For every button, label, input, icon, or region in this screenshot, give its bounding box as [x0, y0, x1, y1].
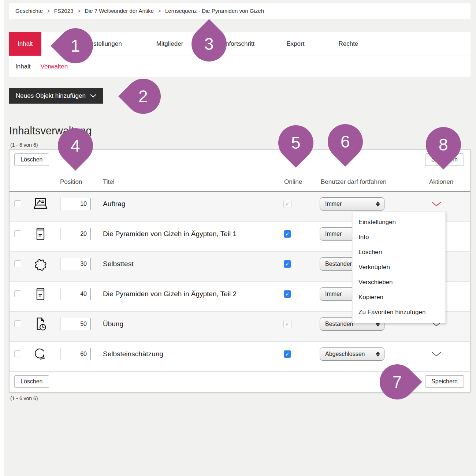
menu-item-kopieren[interactable]: Kopieren: [353, 290, 445, 305]
online-checkbox-checked[interactable]: ✓: [284, 230, 291, 238]
position-input[interactable]: [60, 348, 91, 360]
page: Geschichte > FS2023 > Die 7 Weltwunder d…: [0, 0, 476, 476]
delete-button-top[interactable]: Löschen: [14, 153, 49, 166]
breadcrumb-item[interactable]: Geschichte: [15, 8, 43, 14]
object-title[interactable]: Auftrag: [103, 200, 271, 208]
object-title[interactable]: Übung: [103, 320, 271, 328]
tab-inhalt[interactable]: Inhalt: [9, 32, 41, 56]
chevron-down-icon: [431, 201, 442, 207]
select-spinner-icon: [376, 201, 380, 207]
online-checkbox-checked[interactable]: ✓: [284, 350, 291, 358]
subtab-verwalten[interactable]: Verwalten: [41, 63, 68, 70]
breadcrumb-item[interactable]: FS2023: [54, 8, 74, 14]
online-checkbox-disabled: ✓: [283, 200, 291, 208]
actions-context-menu: Einstellungen Info Löschen Verknüpfen Ve…: [352, 212, 446, 323]
file-clock-icon: [32, 316, 48, 332]
left-margin-strip: [0, 0, 4, 476]
menu-item-einstellungen[interactable]: Einstellungen: [353, 215, 445, 230]
row-select-checkbox[interactable]: [14, 260, 21, 267]
row-select-checkbox[interactable]: [14, 230, 21, 237]
breadcrumb-separator: >: [158, 8, 161, 14]
continue-select-value: Immer: [325, 201, 376, 207]
menu-item-loeschen[interactable]: Löschen: [353, 245, 445, 260]
row-select-checkbox[interactable]: [14, 350, 21, 357]
tab-mitglieder[interactable]: Mitglieder: [148, 32, 192, 56]
chevron-down-icon: [431, 352, 442, 357]
subtab-inhalt[interactable]: Inhalt: [15, 63, 31, 70]
position-input[interactable]: [60, 228, 91, 240]
column-header-user-may-continue: Benutzer darf fortfahren: [321, 178, 387, 186]
continue-select[interactable]: Immer: [320, 197, 384, 211]
column-header-actions: Aktionen: [429, 178, 453, 186]
menu-item-info[interactable]: Info: [353, 230, 445, 245]
object-title[interactable]: Selbsteinschätzung: [103, 350, 271, 358]
actions-dropdown-open[interactable]: [431, 201, 442, 207]
row-select-checkbox[interactable]: [14, 290, 21, 297]
online-checkbox-disabled: ✓: [283, 320, 291, 328]
column-header-position: Position: [60, 178, 82, 186]
menu-item-zu-favoriten[interactable]: Zu Favoriten hinzufügen: [353, 305, 445, 320]
result-count-bottom: (1 - 6 von 6): [10, 395, 38, 401]
result-count-top: (1 - 6 von 6): [10, 142, 38, 148]
object-title[interactable]: Selbsttest: [103, 260, 271, 268]
puzzle-test-icon: [32, 256, 48, 272]
continue-select-value: Abgeschlossen: [325, 351, 376, 357]
breadcrumb-separator: >: [47, 8, 50, 14]
learning-module-icon: [33, 286, 48, 302]
breadcrumb-item[interactable]: Lernsequenz - Die Pyramiden von Gizeh: [165, 8, 264, 14]
breadcrumb-separator: >: [77, 8, 81, 14]
object-title[interactable]: Die Pyramiden von Gizeh in Ägypten, Teil…: [103, 230, 271, 238]
menu-item-verschieben[interactable]: Verschieben: [353, 275, 445, 290]
learning-module-icon: [33, 226, 48, 242]
table-header-row: Position Titel Online Benutzer darf fort…: [10, 168, 470, 191]
laptop-chart-icon: [32, 197, 49, 211]
delete-button-bottom[interactable]: Löschen: [14, 375, 49, 388]
add-new-object-button[interactable]: Neues Objekt hinzufügen: [9, 88, 103, 104]
menu-item-verknuepfen[interactable]: Verknüpfen: [353, 260, 445, 275]
object-title[interactable]: Die Pyramiden von Gizeh in Ägypten, Teil…: [103, 290, 271, 298]
add-new-object-label: Neues Objekt hinzufügen: [16, 92, 86, 100]
column-header-online: Online: [284, 178, 302, 186]
online-checkbox-checked[interactable]: ✓: [284, 290, 291, 298]
callout-marker-2: 2: [118, 71, 168, 121]
row-select-checkbox[interactable]: [14, 320, 21, 327]
position-input[interactable]: [60, 318, 91, 330]
save-button-bottom[interactable]: Speichern: [425, 375, 464, 388]
tab-rechte[interactable]: Rechte: [330, 32, 367, 56]
column-header-title: Titel: [103, 178, 115, 186]
breadcrumb: Geschichte > FS2023 > Die 7 Weltwunder d…: [9, 3, 471, 19]
select-spinner-icon: [376, 352, 380, 357]
chevron-down-icon: [90, 94, 96, 98]
position-input[interactable]: [60, 198, 91, 210]
continue-select[interactable]: Abgeschlossen: [320, 347, 384, 361]
breadcrumb-item[interactable]: Die 7 Weltwunder der Antike: [85, 8, 154, 14]
actions-dropdown[interactable]: [431, 352, 442, 357]
position-input[interactable]: [60, 258, 91, 270]
position-input[interactable]: [60, 288, 91, 300]
row-select-checkbox[interactable]: [14, 200, 21, 207]
online-checkbox-checked[interactable]: ✓: [284, 260, 291, 268]
tab-export[interactable]: Export: [278, 32, 313, 56]
survey-icon: [32, 346, 48, 362]
